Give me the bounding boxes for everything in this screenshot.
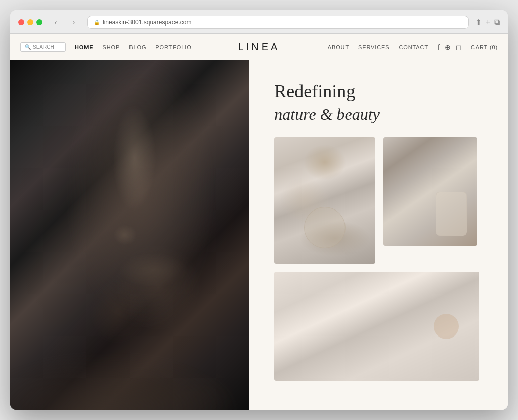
cart-button[interactable]: CART (0) [471,44,498,50]
image-grid-top [274,137,488,264]
nav-right: ABOUT SERVICES CONTACT f ⊕ ◻ CART (0) [280,43,498,51]
product-image-1 [274,137,375,264]
site-main: Redefining nature & beauty [10,60,508,410]
nav-portfolio[interactable]: PORTFOLIO [155,44,191,50]
browser-actions: ⬆ + ⧉ [475,18,500,27]
instagram-icon[interactable]: ◻ [456,43,462,51]
search-label: SEARCH [33,44,54,50]
nav-services[interactable]: SERVICES [358,44,390,50]
traffic-lights [18,19,42,25]
title-line1: Redefining [274,80,488,102]
hero-image-panel [10,60,249,410]
search-bar[interactable]: 🔍 SEARCH [20,42,66,52]
tabs-icon[interactable]: ⧉ [494,18,500,27]
nav-links-left: HOME SHOP BLOG PORTFOLIO [75,44,192,50]
browser-chrome: ‹ › 🔒 lineaskin-3001.squarespace.com ⬆ +… [10,10,508,34]
product-image-2 [383,137,477,246]
browser-window: ‹ › 🔒 lineaskin-3001.squarespace.com ⬆ +… [10,10,508,410]
site-nav: 🔍 SEARCH HOME SHOP BLOG PORTFOLIO LINEA … [10,34,508,60]
back-button[interactable]: ‹ [49,15,63,29]
search-icon: 🔍 [25,44,31,50]
minimize-button[interactable] [27,19,33,25]
nav-home[interactable]: HOME [75,44,94,50]
product-image-3 [274,272,479,381]
share-icon[interactable]: ⬆ [475,18,482,27]
nav-contact[interactable]: CONTACT [399,44,429,50]
url-text: lineaskin-3001.squarespace.com [103,19,191,26]
title-line2: nature & beauty [274,103,488,125]
lock-icon: 🔒 [94,20,100,25]
shoulder-area [10,270,249,410]
nav-blog[interactable]: BLOG [129,44,146,50]
hero-title: Redefining nature & beauty [274,80,488,125]
close-button[interactable] [18,19,24,25]
address-bar[interactable]: 🔒 lineaskin-3001.squarespace.com [87,16,469,29]
site-logo[interactable]: LINEA [238,41,280,53]
browser-nav: ‹ › [49,15,81,29]
facebook-icon[interactable]: f [438,43,440,51]
nav-about[interactable]: ABOUT [328,44,349,50]
pinterest-icon[interactable]: ⊕ [445,43,451,51]
content-panel: Redefining nature & beauty [249,60,508,410]
website: 🔍 SEARCH HOME SHOP BLOG PORTFOLIO LINEA … [10,34,508,410]
forward-button[interactable]: › [67,15,81,29]
nav-left: 🔍 SEARCH HOME SHOP BLOG PORTFOLIO [20,42,238,52]
nav-social: f ⊕ ◻ [438,43,462,51]
maximize-button[interactable] [36,19,42,25]
hero-image-bw [10,60,249,410]
new-tab-icon[interactable]: + [486,18,490,27]
nav-shop[interactable]: SHOP [103,44,120,50]
